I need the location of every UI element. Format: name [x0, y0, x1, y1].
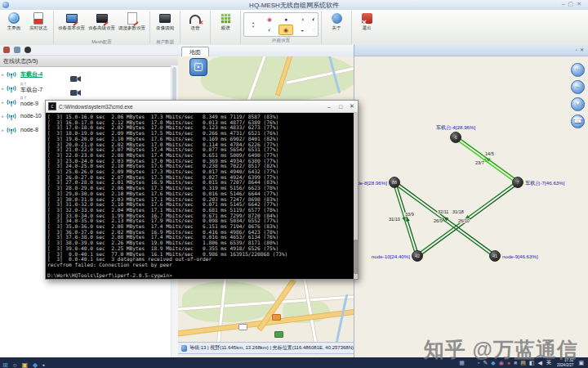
about-button[interactable]: 关于 [324, 11, 349, 38]
info-icon [332, 13, 342, 24]
link-metric-label: 31/10 [389, 217, 400, 222]
theme-option-8-icon[interactable]: ◌ [311, 25, 316, 35]
camera-icon[interactable] [70, 85, 81, 92]
exit-icon [362, 13, 372, 24]
sidebar-tool-1-icon[interactable] [3, 47, 10, 53]
topology-panel-header: ▫✕ [354, 45, 588, 56]
link-metric-label: 31/18 [452, 209, 464, 214]
cmd-window-title: C:\Windows\system32\cmd.exe [59, 104, 323, 110]
link-metric-label: 26/10 [458, 218, 470, 223]
sidebar-tool-3-icon[interactable] [24, 47, 31, 53]
antenna-icon [6, 124, 17, 136]
ribbon-group-mesh: 设备基本设置 设备高级设置 调度参数设置 Mesh配置 [55, 10, 149, 45]
topology-node-label: 车载台-7[46.63%] [525, 180, 565, 186]
main-view-button[interactable]: 主界面 [2, 11, 26, 38]
video-review-button[interactable]: 录像调阅 [153, 11, 177, 38]
road-badge [238, 324, 247, 330]
theme-option-1-icon[interactable]: ◉ [262, 14, 277, 25]
node-id-label: 6 [454, 135, 457, 140]
ribbon-group-user: 录像调阅 用户数据 [151, 10, 179, 45]
document-wrench-icon [127, 12, 137, 25]
minimize-button[interactable]: – [323, 104, 335, 110]
globe-icon [8, 12, 20, 24]
topology-node-label: 车载台-4[28.96%] [436, 124, 476, 131]
camera-icon[interactable] [70, 71, 81, 79]
coordinates-icon [181, 345, 187, 352]
theme-option-5-icon[interactable]: ◐ [262, 25, 277, 35]
pan-down-button[interactable]: ▾ [571, 97, 585, 111]
cmd-title-bar[interactable]: C C:\Windows\system32\cmd.exe – □ ✕ [46, 101, 358, 113]
link-metric-label: 32/11 [438, 209, 448, 214]
link-metric-label: 26/9 [434, 218, 443, 223]
node-label: node-9 [20, 101, 38, 107]
node-label: 车载台-4 [20, 71, 42, 78]
cmd-scrollbar[interactable] [354, 112, 358, 279]
schedule-params-button[interactable]: 调度参数设置 [117, 11, 147, 38]
search-icon[interactable]: ○ [13, 360, 17, 368]
phone-tool-button[interactable]: ☎ [571, 114, 585, 128]
realtime-status-button[interactable]: 实时状态 [26, 11, 51, 38]
spectrum-button[interactable]: 频谱 [213, 11, 238, 38]
map-topology-tool-button[interactable] [189, 58, 207, 76]
panel-pin-close-icons[interactable]: ▫✕ [576, 47, 586, 52]
zoom-out-button[interactable]: − [571, 80, 585, 94]
node-label: node-8 [20, 127, 38, 133]
tree-caret-icon: ▸ [0, 72, 6, 77]
link-metric-label: 14/5 [485, 151, 494, 156]
window-controls[interactable]: –▢✕ [562, 1, 585, 7]
notification-icon[interactable]: ▣ [578, 360, 584, 366]
close-button[interactable]: ✕ [346, 103, 358, 110]
node-id-label: 42 [415, 254, 420, 258]
ribbon-toolbar: 主界面 实时状态 设备基本设置 设备高级设置 [0, 10, 588, 46]
theme-option-7-icon[interactable]: ◒ [295, 25, 310, 35]
sidebar-node-item[interactable]: ▸ 车载台-4 [0, 67, 178, 81]
antenna-icon [6, 110, 17, 122]
link-metric-label: 23/7 [475, 160, 484, 165]
topology-node-label: node-9[46.63%] [502, 254, 538, 259]
theme-option-4-icon[interactable]: ◐ [311, 14, 316, 25]
road-badge [272, 314, 281, 321]
monitor-dark-wrench-icon [96, 14, 108, 23]
ribbon-group-exit: 退出 [353, 10, 381, 45]
topology-panel: 14/523/733/931/1032/1126/931/1826/106车载台… [354, 45, 588, 357]
group-label-mesh: Mesh配置 [56, 38, 147, 45]
topology-node-label: node-10[24.40%] [372, 254, 410, 259]
spectrum-grid-icon [220, 13, 231, 24]
appearance-options[interactable]: ◉●◑◐◐◉◒◌▲▼ [243, 12, 318, 37]
app-shortcut-icon[interactable]: ▪ [42, 360, 45, 368]
online-status-header: 在线状态(5/5) [0, 56, 178, 67]
start-button[interactable]: ⊞ [2, 360, 8, 368]
theme-option-2-icon[interactable]: ● [278, 14, 293, 25]
exit-button[interactable]: 退出 [354, 11, 379, 38]
theme-option-6-icon[interactable]: ◉ [278, 25, 293, 35]
watermark: 知乎 @万蓝通信 [424, 336, 578, 363]
tree-caret-icon: ▸ [0, 114, 6, 119]
zoom-in-button[interactable]: + [571, 63, 585, 77]
theme-option-3-icon[interactable]: ◑ [295, 14, 310, 25]
window-title: HQ-MESH无线自组网系统软件 [0, 1, 588, 10]
folder-icon[interactable]: ▣ [22, 360, 29, 368]
node-id-label: 7 [516, 180, 519, 185]
sidebar-toolbar [0, 45, 178, 56]
appearance-spinner[interactable]: ▲▼ [245, 14, 261, 35]
group-label-user: 用户数据 [153, 38, 177, 45]
edge-browser-icon[interactable]: ◆ [33, 360, 38, 368]
node-id-label: 88 [392, 180, 397, 185]
antenna-icon [6, 96, 17, 108]
sidebar-node-item[interactable]: ▸ R T 车载台-7 [0, 81, 178, 95]
voice-button[interactable]: 语音 [183, 11, 207, 38]
cmd-window[interactable]: C C:\Windows\system32\cmd.exe – □ ✕ [ 3]… [45, 100, 359, 280]
device-advanced-settings-button[interactable]: 设备高级设置 [87, 11, 117, 38]
device-basic-settings-button[interactable]: 设备基本设置 [56, 11, 87, 38]
node-label: 车载台-7 [20, 87, 42, 93]
map-status-bar: 等级:13 | 视野(11.645km, 13.268km) | 光标位置(11… [178, 342, 354, 354]
map-tab-bar: 地图 [178, 45, 354, 57]
topology-svg[interactable]: 14/523/733/931/1032/1126/931/1826/106车载台… [354, 45, 588, 357]
maximize-button[interactable]: □ [335, 104, 346, 110]
tree-caret-icon: ▸ [0, 86, 6, 91]
taskbar-date: 2024/2/27 [557, 363, 573, 367]
video-recorder-icon [159, 14, 171, 23]
antenna-icon [6, 69, 17, 80]
sidebar-tool-2-icon[interactable] [14, 47, 20, 53]
topology-node-label: node-8[28.96%] [354, 180, 387, 186]
